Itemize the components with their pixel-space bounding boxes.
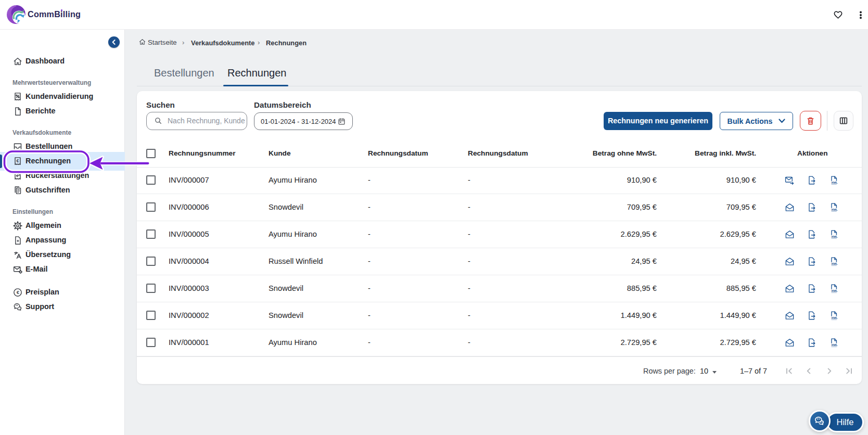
svg-text:XML: XML <box>831 262 838 265</box>
svg-text:€: € <box>17 158 19 163</box>
svg-text:XML: XML <box>831 289 838 292</box>
svg-text:€: € <box>17 289 20 295</box>
svg-text:XML: XML <box>831 235 838 238</box>
svg-text:XML: XML <box>831 343 838 347</box>
svg-text:XML: XML <box>831 316 838 319</box>
svg-text:XML: XML <box>831 208 838 211</box>
svg-text:XML: XML <box>831 181 838 184</box>
